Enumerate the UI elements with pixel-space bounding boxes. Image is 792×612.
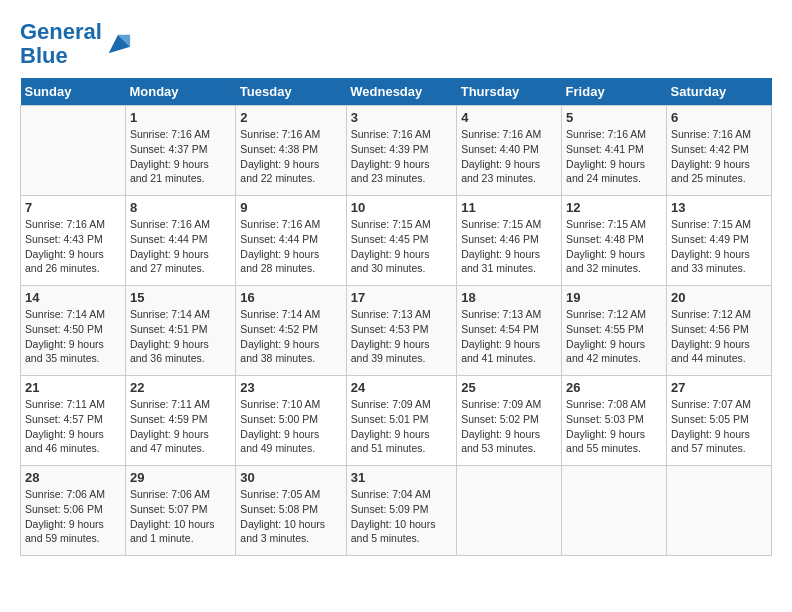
- day-number: 14: [25, 290, 121, 305]
- page-header: General Blue: [20, 20, 772, 68]
- calendar-cell: 9Sunrise: 7:16 AMSunset: 4:44 PMDaylight…: [236, 196, 346, 286]
- calendar-cell: 18Sunrise: 7:13 AMSunset: 4:54 PMDayligh…: [457, 286, 562, 376]
- calendar-cell: 22Sunrise: 7:11 AMSunset: 4:59 PMDayligh…: [125, 376, 235, 466]
- day-info: Sunrise: 7:04 AMSunset: 5:09 PMDaylight:…: [351, 487, 452, 546]
- calendar-cell: 3Sunrise: 7:16 AMSunset: 4:39 PMDaylight…: [346, 106, 456, 196]
- day-info: Sunrise: 7:07 AMSunset: 5:05 PMDaylight:…: [671, 397, 767, 456]
- day-number: 31: [351, 470, 452, 485]
- day-number: 26: [566, 380, 662, 395]
- calendar-cell: 5Sunrise: 7:16 AMSunset: 4:41 PMDaylight…: [562, 106, 667, 196]
- day-number: 17: [351, 290, 452, 305]
- day-info: Sunrise: 7:14 AMSunset: 4:52 PMDaylight:…: [240, 307, 341, 366]
- calendar-cell: 1Sunrise: 7:16 AMSunset: 4:37 PMDaylight…: [125, 106, 235, 196]
- day-number: 25: [461, 380, 557, 395]
- day-header-monday: Monday: [125, 78, 235, 106]
- calendar-week-row: 28Sunrise: 7:06 AMSunset: 5:06 PMDayligh…: [21, 466, 772, 556]
- calendar-cell: 15Sunrise: 7:14 AMSunset: 4:51 PMDayligh…: [125, 286, 235, 376]
- day-header-saturday: Saturday: [667, 78, 772, 106]
- day-number: 19: [566, 290, 662, 305]
- calendar-cell: 10Sunrise: 7:15 AMSunset: 4:45 PMDayligh…: [346, 196, 456, 286]
- calendar-cell: 2Sunrise: 7:16 AMSunset: 4:38 PMDaylight…: [236, 106, 346, 196]
- day-number: 2: [240, 110, 341, 125]
- day-number: 29: [130, 470, 231, 485]
- day-info: Sunrise: 7:16 AMSunset: 4:40 PMDaylight:…: [461, 127, 557, 186]
- day-info: Sunrise: 7:16 AMSunset: 4:42 PMDaylight:…: [671, 127, 767, 186]
- calendar-cell: 30Sunrise: 7:05 AMSunset: 5:08 PMDayligh…: [236, 466, 346, 556]
- calendar-cell: 8Sunrise: 7:16 AMSunset: 4:44 PMDaylight…: [125, 196, 235, 286]
- calendar-cell: 31Sunrise: 7:04 AMSunset: 5:09 PMDayligh…: [346, 466, 456, 556]
- calendar-cell: 27Sunrise: 7:07 AMSunset: 5:05 PMDayligh…: [667, 376, 772, 466]
- day-info: Sunrise: 7:10 AMSunset: 5:00 PMDaylight:…: [240, 397, 341, 456]
- calendar-week-row: 7Sunrise: 7:16 AMSunset: 4:43 PMDaylight…: [21, 196, 772, 286]
- day-number: 30: [240, 470, 341, 485]
- calendar-cell: 16Sunrise: 7:14 AMSunset: 4:52 PMDayligh…: [236, 286, 346, 376]
- day-info: Sunrise: 7:15 AMSunset: 4:46 PMDaylight:…: [461, 217, 557, 276]
- day-number: 4: [461, 110, 557, 125]
- day-number: 16: [240, 290, 341, 305]
- day-number: 11: [461, 200, 557, 215]
- calendar-week-row: 1Sunrise: 7:16 AMSunset: 4:37 PMDaylight…: [21, 106, 772, 196]
- day-number: 12: [566, 200, 662, 215]
- calendar-cell: 17Sunrise: 7:13 AMSunset: 4:53 PMDayligh…: [346, 286, 456, 376]
- calendar-cell: 24Sunrise: 7:09 AMSunset: 5:01 PMDayligh…: [346, 376, 456, 466]
- logo-icon: [104, 30, 132, 58]
- day-info: Sunrise: 7:16 AMSunset: 4:44 PMDaylight:…: [240, 217, 341, 276]
- day-number: 28: [25, 470, 121, 485]
- day-info: Sunrise: 7:13 AMSunset: 4:54 PMDaylight:…: [461, 307, 557, 366]
- day-number: 7: [25, 200, 121, 215]
- calendar-cell: 21Sunrise: 7:11 AMSunset: 4:57 PMDayligh…: [21, 376, 126, 466]
- day-info: Sunrise: 7:16 AMSunset: 4:41 PMDaylight:…: [566, 127, 662, 186]
- calendar-cell: 7Sunrise: 7:16 AMSunset: 4:43 PMDaylight…: [21, 196, 126, 286]
- day-number: 6: [671, 110, 767, 125]
- calendar-cell: 12Sunrise: 7:15 AMSunset: 4:48 PMDayligh…: [562, 196, 667, 286]
- day-info: Sunrise: 7:16 AMSunset: 4:37 PMDaylight:…: [130, 127, 231, 186]
- day-info: Sunrise: 7:15 AMSunset: 4:49 PMDaylight:…: [671, 217, 767, 276]
- calendar-cell: [457, 466, 562, 556]
- calendar-header-row: SundayMondayTuesdayWednesdayThursdayFrid…: [21, 78, 772, 106]
- day-number: 18: [461, 290, 557, 305]
- calendar-cell: 28Sunrise: 7:06 AMSunset: 5:06 PMDayligh…: [21, 466, 126, 556]
- calendar-cell: 6Sunrise: 7:16 AMSunset: 4:42 PMDaylight…: [667, 106, 772, 196]
- day-info: Sunrise: 7:11 AMSunset: 4:57 PMDaylight:…: [25, 397, 121, 456]
- day-info: Sunrise: 7:12 AMSunset: 4:55 PMDaylight:…: [566, 307, 662, 366]
- day-info: Sunrise: 7:09 AMSunset: 5:01 PMDaylight:…: [351, 397, 452, 456]
- day-info: Sunrise: 7:14 AMSunset: 4:50 PMDaylight:…: [25, 307, 121, 366]
- calendar-week-row: 21Sunrise: 7:11 AMSunset: 4:57 PMDayligh…: [21, 376, 772, 466]
- day-number: 3: [351, 110, 452, 125]
- day-header-thursday: Thursday: [457, 78, 562, 106]
- calendar-cell: 26Sunrise: 7:08 AMSunset: 5:03 PMDayligh…: [562, 376, 667, 466]
- day-number: 21: [25, 380, 121, 395]
- day-number: 24: [351, 380, 452, 395]
- day-info: Sunrise: 7:05 AMSunset: 5:08 PMDaylight:…: [240, 487, 341, 546]
- day-info: Sunrise: 7:16 AMSunset: 4:39 PMDaylight:…: [351, 127, 452, 186]
- calendar-cell: 13Sunrise: 7:15 AMSunset: 4:49 PMDayligh…: [667, 196, 772, 286]
- day-number: 13: [671, 200, 767, 215]
- calendar-table: SundayMondayTuesdayWednesdayThursdayFrid…: [20, 78, 772, 556]
- day-info: Sunrise: 7:16 AMSunset: 4:43 PMDaylight:…: [25, 217, 121, 276]
- day-header-tuesday: Tuesday: [236, 78, 346, 106]
- calendar-cell: 14Sunrise: 7:14 AMSunset: 4:50 PMDayligh…: [21, 286, 126, 376]
- day-header-sunday: Sunday: [21, 78, 126, 106]
- day-number: 1: [130, 110, 231, 125]
- calendar-cell: 29Sunrise: 7:06 AMSunset: 5:07 PMDayligh…: [125, 466, 235, 556]
- calendar-cell: 25Sunrise: 7:09 AMSunset: 5:02 PMDayligh…: [457, 376, 562, 466]
- calendar-cell: [562, 466, 667, 556]
- calendar-week-row: 14Sunrise: 7:14 AMSunset: 4:50 PMDayligh…: [21, 286, 772, 376]
- day-number: 15: [130, 290, 231, 305]
- day-info: Sunrise: 7:06 AMSunset: 5:07 PMDaylight:…: [130, 487, 231, 546]
- day-info: Sunrise: 7:12 AMSunset: 4:56 PMDaylight:…: [671, 307, 767, 366]
- day-info: Sunrise: 7:13 AMSunset: 4:53 PMDaylight:…: [351, 307, 452, 366]
- day-info: Sunrise: 7:11 AMSunset: 4:59 PMDaylight:…: [130, 397, 231, 456]
- day-number: 10: [351, 200, 452, 215]
- day-number: 5: [566, 110, 662, 125]
- calendar-cell: [667, 466, 772, 556]
- day-header-friday: Friday: [562, 78, 667, 106]
- calendar-cell: 23Sunrise: 7:10 AMSunset: 5:00 PMDayligh…: [236, 376, 346, 466]
- logo: General Blue: [20, 20, 132, 68]
- day-info: Sunrise: 7:15 AMSunset: 4:45 PMDaylight:…: [351, 217, 452, 276]
- calendar-cell: 19Sunrise: 7:12 AMSunset: 4:55 PMDayligh…: [562, 286, 667, 376]
- day-number: 8: [130, 200, 231, 215]
- day-number: 23: [240, 380, 341, 395]
- day-info: Sunrise: 7:06 AMSunset: 5:06 PMDaylight:…: [25, 487, 121, 546]
- day-header-wednesday: Wednesday: [346, 78, 456, 106]
